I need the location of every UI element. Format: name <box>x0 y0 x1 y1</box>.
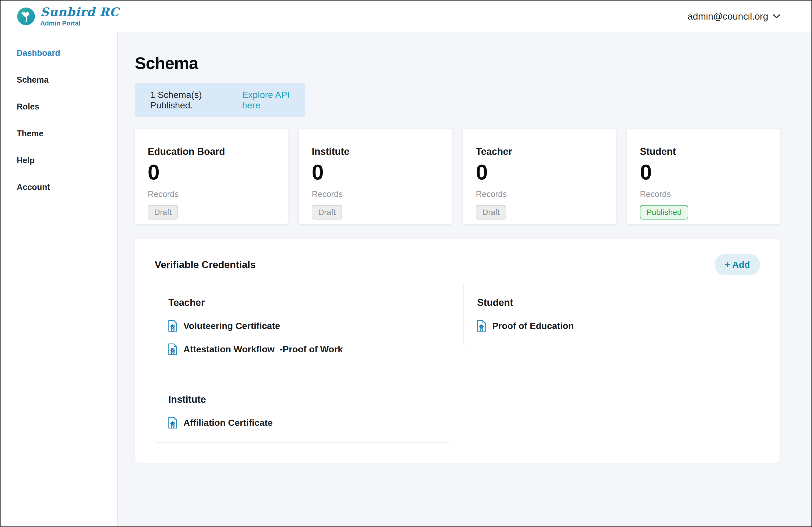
user-menu[interactable]: admin@council.org <box>688 11 781 22</box>
schema-stat-cards: Education Board 0 Records Draft Institut… <box>135 129 780 224</box>
credential-groups: Teacher <box>155 283 760 443</box>
stat-card-count: 0 <box>148 162 275 183</box>
stat-card-unit: Records <box>640 190 767 199</box>
stat-card-student[interactable]: Student 0 Records Published <box>627 129 780 224</box>
stat-card-title: Teacher <box>476 146 603 157</box>
stat-card-teacher[interactable]: Teacher 0 Records Draft <box>463 129 616 224</box>
sidebar-item-theme[interactable]: Theme <box>1 120 117 147</box>
explore-api-link[interactable]: Explore API here <box>242 90 305 110</box>
credential-item[interactable]: Proof of Education <box>477 320 746 332</box>
certificate-icon <box>168 417 177 428</box>
status-badge: Draft <box>148 205 178 220</box>
verifiable-credentials-section: Verifiable Credentials + Add Teacher <box>135 239 780 463</box>
status-badge: Draft <box>312 205 342 220</box>
sidebar-item-roles[interactable]: Roles <box>1 93 117 120</box>
stat-card-unit: Records <box>312 190 439 199</box>
brand-name: Sunbird RC <box>40 6 119 18</box>
stat-card-institute[interactable]: Institute 0 Records Draft <box>299 129 452 224</box>
credential-item[interactable]: Affiliation Certificate <box>168 417 438 428</box>
sunbird-logo-icon <box>17 7 35 25</box>
stat-card-unit: Records <box>476 190 603 199</box>
status-badge: Draft <box>476 205 506 220</box>
credential-item[interactable]: Voluteering Certificate <box>168 320 438 332</box>
stat-card-education-board[interactable]: Education Board 0 Records Draft <box>135 129 288 224</box>
brand-logo[interactable]: Sunbird RC Admin Portal <box>17 6 119 27</box>
credential-group-student: Student <box>463 283 760 346</box>
main-content: Schema 1 Schema(s) Published. Explore AP… <box>118 32 811 527</box>
certificate-icon <box>477 320 486 332</box>
stat-card-title: Institute <box>312 146 439 157</box>
stat-card-title: Education Board <box>148 146 275 157</box>
app-window: Sunbird RC Admin Portal admin@council.or… <box>0 0 812 527</box>
credential-item-label: Attestation Workflow -Proof of Work <box>184 344 343 355</box>
stat-card-title: Student <box>640 146 767 157</box>
section-title: Verifiable Credentials <box>155 259 256 270</box>
stat-card-count: 0 <box>476 162 603 183</box>
top-header: Sunbird RC Admin Portal admin@council.or… <box>1 1 811 32</box>
add-credential-button[interactable]: + Add <box>714 254 760 275</box>
group-title: Institute <box>168 394 438 405</box>
stat-card-count: 0 <box>312 162 439 183</box>
sidebar-item-help[interactable]: Help <box>1 147 117 174</box>
user-email: admin@council.org <box>688 11 768 22</box>
certificate-icon <box>168 320 177 332</box>
brand-subtitle: Admin Portal <box>40 20 119 27</box>
page-title: Schema <box>135 55 780 72</box>
sidebar-item-schema[interactable]: Schema <box>1 66 117 93</box>
credential-item-label: Proof of Education <box>492 321 574 331</box>
chevron-down-icon <box>772 14 781 19</box>
hummingbird-icon <box>19 10 33 23</box>
brand-text: Sunbird RC Admin Portal <box>40 6 119 27</box>
credential-group-institute: Institute <box>155 380 451 443</box>
section-header: Verifiable Credentials + Add <box>155 254 760 275</box>
credential-item[interactable]: Attestation Workflow -Proof of Work <box>168 344 438 355</box>
stat-card-count: 0 <box>640 162 767 183</box>
certificate-icon <box>168 344 177 355</box>
status-badge: Published <box>640 205 688 220</box>
sidebar-item-dashboard[interactable]: Dashboard <box>1 40 117 66</box>
group-title: Teacher <box>168 297 438 308</box>
stat-card-unit: Records <box>148 190 275 199</box>
credential-group-teacher: Teacher <box>155 283 451 369</box>
published-schemas-banner: 1 Schema(s) Published. Explore API here <box>135 83 305 117</box>
sidebar-nav: Dashboard Schema Roles Theme Help Accoun… <box>1 32 118 527</box>
sidebar-item-account[interactable]: Account <box>1 174 117 201</box>
banner-message: 1 Schema(s) Published. <box>150 90 239 110</box>
credential-item-label: Affiliation Certificate <box>184 418 273 428</box>
group-title: Student <box>477 297 746 308</box>
credential-item-label: Voluteering Certificate <box>184 321 280 331</box>
